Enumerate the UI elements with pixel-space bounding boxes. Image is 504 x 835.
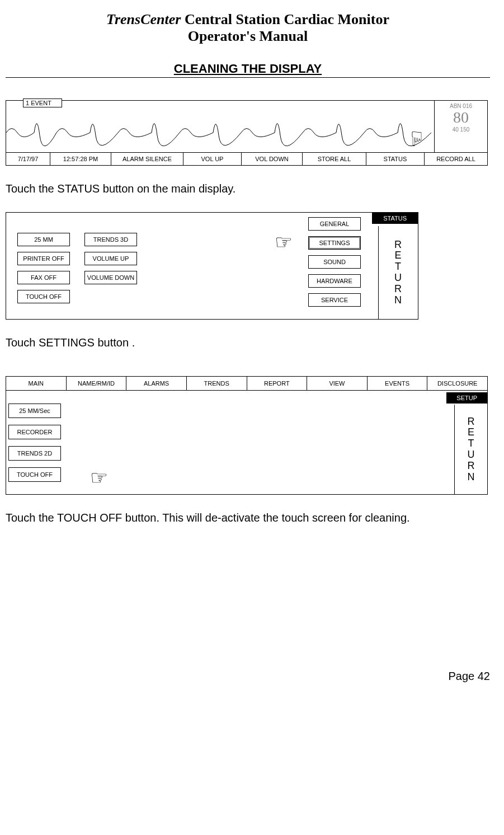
event-label: 1 EVENT: [23, 98, 62, 107]
figure-setup-panel: MAIN NAME/RM/ID ALARMS TRENDS REPORT VIE…: [6, 376, 488, 495]
alarm-silence-button[interactable]: ALARM SILENCE: [111, 153, 183, 165]
hardware-button[interactable]: HARDWARE: [308, 274, 361, 288]
trends-3d-button[interactable]: TRENDS 3D: [84, 233, 137, 246]
ecg-waveform: [6, 107, 431, 152]
sound-button[interactable]: SOUND: [308, 255, 361, 269]
pointing-hand-icon: ☞: [275, 231, 293, 254]
top-menu-bar: MAIN NAME/RM/ID ALARMS TRENDS REPORT VIE…: [6, 377, 487, 391]
disclosure-tab[interactable]: DISCLOSURE: [427, 377, 487, 390]
25mm-button[interactable]: 25 MM: [17, 233, 70, 246]
events-tab[interactable]: EVENTS: [368, 377, 428, 390]
instruction-1: Touch the STATUS button on the main disp…: [6, 182, 490, 195]
name-rm-id-tab[interactable]: NAME/RM/ID: [67, 377, 127, 390]
settings-button[interactable]: SETTINGS: [308, 236, 361, 250]
pointing-hand-icon: ☞: [90, 466, 108, 490]
return-button[interactable]: RETURN: [454, 405, 487, 494]
view-tab[interactable]: VIEW: [307, 377, 368, 390]
touch-off-button[interactable]: TOUCH OFF: [17, 290, 70, 303]
brand-name: TrensCenter: [106, 11, 181, 27]
record-all-button[interactable]: RECORD ALL: [425, 153, 487, 165]
status-button[interactable]: STATUS: [366, 153, 425, 165]
main-tab[interactable]: MAIN: [6, 377, 67, 390]
vol-up-button[interactable]: VOL UP: [183, 153, 242, 165]
store-all-button[interactable]: STORE ALL: [303, 153, 366, 165]
trends-tab[interactable]: TRENDS: [187, 377, 247, 390]
instruction-2: Touch SETTINGS button .: [6, 336, 490, 349]
alarms-tab[interactable]: ALARMS: [126, 377, 187, 390]
status-header: STATUS: [372, 213, 418, 224]
hr-value: 80: [435, 109, 487, 126]
subtitle: Operator's Manual: [188, 28, 308, 44]
time-cell: 12:57:28 PM: [50, 153, 111, 165]
page-header: TrensCenter Central Station Cardiac Moni…: [6, 11, 490, 45]
general-button[interactable]: GENERAL: [308, 217, 361, 231]
volume-up-button[interactable]: VOLUME UP: [84, 252, 137, 265]
setup-header: SETUP: [446, 392, 487, 404]
trends-2d-button[interactable]: TRENDS 2D: [8, 446, 61, 461]
vol-down-button[interactable]: VOL DOWN: [242, 153, 303, 165]
figure-main-display: 1 EVENT ☞ ABN 016 80 40 150 7/17/97 12:5…: [6, 100, 488, 166]
hr-line2: 40 150: [435, 126, 487, 133]
report-tab[interactable]: REPORT: [247, 377, 308, 390]
instruction-3: Touch the TOUCH OFF button. This will de…: [6, 512, 490, 524]
title-rest: Central Station Cardiac Monitor: [181, 11, 389, 27]
figure-status-panel: STATUS RETURN 25 MM PRINTER OFF FAX OFF …: [6, 212, 418, 320]
volume-down-button[interactable]: VOLUME DOWN: [84, 271, 137, 284]
section-title: CLEANING THE DISPLAY: [6, 62, 490, 78]
service-button[interactable]: SERVICE: [308, 293, 361, 307]
touch-off-button[interactable]: TOUCH OFF: [8, 467, 61, 482]
return-button[interactable]: RETURN: [378, 226, 418, 319]
printer-off-button[interactable]: PRINTER OFF: [17, 252, 70, 265]
25mm-sec-button[interactable]: 25 MM/Sec: [8, 404, 61, 418]
hr-box: ABN 016 80 40 150: [434, 101, 487, 153]
page-number: Page 42: [6, 670, 490, 683]
recorder-button[interactable]: RECORDER: [8, 425, 61, 439]
pointing-hand-icon: ☞: [405, 130, 428, 148]
date-cell: 7/17/97: [6, 153, 50, 165]
main-bottom-bar: 7/17/97 12:57:28 PM ALARM SILENCE VOL UP…: [6, 152, 487, 165]
fax-off-button[interactable]: FAX OFF: [17, 271, 70, 284]
